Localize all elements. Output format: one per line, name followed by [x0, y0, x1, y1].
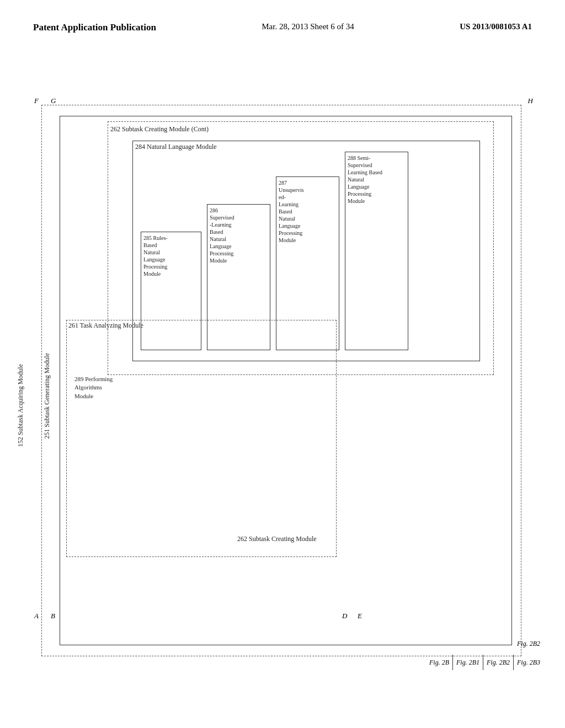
rules-based-label: 285 Rules-BasedNaturalLanguageProcessing…: [143, 234, 168, 277]
fig-2b2-label: Fig. 2B2: [487, 659, 510, 667]
fig-2b1-label: Fig. 2B1: [456, 659, 479, 667]
subtask-creating-top-label: 262 Subtask Creating Module (Cont): [110, 125, 209, 134]
header-left: Patent Application Publication: [33, 22, 156, 33]
fig-2b2-top: Fig. 2B2: [517, 640, 540, 648]
fig-2b-label: Fig. 2B: [429, 659, 449, 667]
corner-f-label: F: [34, 97, 39, 105]
header-center: Mar. 28, 2013 Sheet 6 of 34: [262, 22, 354, 31]
corner-a-label: A: [34, 612, 39, 620]
fig-bottom-row: Fig. 2B Fig. 2B1 Fig. 2B2 Fig. 2B3: [429, 655, 540, 670]
header-right: US 2013/0081053 A1: [460, 22, 532, 31]
fig-divider-3: [513, 655, 514, 670]
diagram-area: F G H A B D E 152 Subtask Acquiring Modu…: [0, 44, 565, 695]
corner-h-label: H: [528, 97, 533, 105]
performing-algorithms-label: 289 PerformingAlgorithmsModule: [74, 375, 113, 400]
fig-divider-1: [452, 655, 453, 670]
subtask-generating-label: 251 Subtask Generating Module: [43, 353, 52, 439]
subtask-acquiring-label: 152 Subtask Acquiring Module: [17, 364, 25, 447]
corner-g-label: G: [51, 97, 56, 105]
semi-supervised-288-label: 288 Semi-SupervisedLearning BasedNatural…: [348, 154, 382, 205]
natural-language-label: 284 Natural Language Module: [135, 143, 217, 152]
subtask-creating-bottom-label: 262 Subtask Creating Module: [237, 535, 317, 544]
fig-2b3-label: Fig. 2B3: [517, 659, 540, 667]
supervised-286-label: 286Supervised-LearningBasedNaturalLangua…: [210, 207, 234, 264]
page-header: Patent Application Publication Mar. 28, …: [0, 0, 565, 44]
unsupervised-287-label: 287Unsupervised-LearningBasedNaturalLang…: [279, 179, 304, 244]
fig-divider-2: [483, 655, 483, 670]
